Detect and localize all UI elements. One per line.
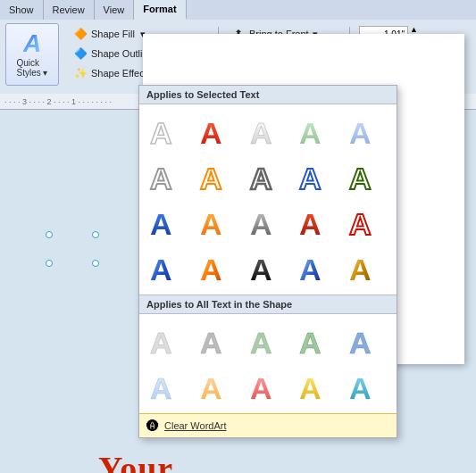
clear-wordart-icon: 🅐 xyxy=(146,419,159,433)
wordart-all-light-gold[interactable]: A xyxy=(294,365,337,408)
wordart-all-plain-blue[interactable]: A xyxy=(344,319,387,362)
wordart-grid-1: A A A A A A A A A A xyxy=(139,104,397,295)
wordart-style-outline-gray[interactable]: A xyxy=(145,155,188,198)
handle-mr[interactable] xyxy=(92,260,99,267)
svg-text:A: A xyxy=(299,207,322,240)
svg-text:A: A xyxy=(349,116,372,149)
handle-tm[interactable] xyxy=(92,231,99,238)
handle-ml[interactable] xyxy=(46,260,53,267)
wordart-style-black[interactable]: A xyxy=(245,246,288,289)
svg-text:A: A xyxy=(150,207,172,240)
wordart-style-light-blue[interactable]: A xyxy=(344,110,387,153)
wordart-style-light-green[interactable]: A xyxy=(294,110,337,153)
wordart-style-red-outline[interactable]: A xyxy=(344,201,387,244)
dropdown-section-all: Applies to All Text in the Shape xyxy=(139,295,397,314)
wordart-style-gray-grad[interactable]: A xyxy=(245,201,288,244)
wordart-style-gold[interactable]: A xyxy=(344,246,387,289)
wordart-style-blue-dark[interactable]: A xyxy=(145,246,188,289)
svg-text:A: A xyxy=(200,207,222,240)
svg-text:A: A xyxy=(250,253,272,286)
svg-text:A: A xyxy=(299,116,322,149)
svg-text:A: A xyxy=(349,207,372,240)
wordart-style-plain-white[interactable]: A xyxy=(145,110,188,153)
svg-text:A: A xyxy=(250,371,272,404)
wordart-style-red[interactable]: A xyxy=(195,110,238,153)
wordart-all-light-orange[interactable]: A xyxy=(195,365,238,408)
wordart-grid-2: A A A A A A A A A A xyxy=(139,314,397,413)
svg-text:A: A xyxy=(150,326,172,359)
wordart-style-orange-grad[interactable]: A xyxy=(195,201,238,244)
svg-text:A: A xyxy=(299,326,322,359)
svg-text:A: A xyxy=(349,162,372,195)
svg-text:A: A xyxy=(299,253,322,286)
wordart-text[interactable]: Your xyxy=(98,449,173,473)
wordart-style-outline-gray2[interactable]: A xyxy=(245,155,288,198)
svg-text:A: A xyxy=(250,207,272,240)
wordart-all-light-blue[interactable]: A xyxy=(145,365,188,408)
svg-text:A: A xyxy=(150,162,172,195)
wordart-style-blue-grad[interactable]: A xyxy=(145,201,188,244)
wordart-all-teal[interactable]: A xyxy=(344,365,387,408)
clear-wordart-label: Clear WordArt xyxy=(164,420,226,431)
wordart-style-outline-orange[interactable]: A xyxy=(195,155,238,198)
wordart-all-plain-green2[interactable]: A xyxy=(294,319,337,362)
svg-text:A: A xyxy=(349,326,372,359)
wordart-style-orange-dark[interactable]: A xyxy=(195,246,238,289)
svg-text:A: A xyxy=(200,162,222,195)
dropdown-section-selected: Applies to Selected Text xyxy=(139,86,397,104)
svg-text:A: A xyxy=(200,253,222,286)
wordart-all-plain-white[interactable]: A xyxy=(145,319,188,362)
svg-text:A: A xyxy=(250,116,272,149)
svg-text:A: A xyxy=(200,326,222,359)
wordart-all-plain-green[interactable]: A xyxy=(245,319,288,362)
wordart-dropdown: Applies to Selected Text A A A A A A A xyxy=(138,85,397,438)
wordart-style-blue2[interactable]: A xyxy=(294,246,337,289)
svg-text:A: A xyxy=(150,116,172,149)
wordart-style-red-grad[interactable]: A xyxy=(294,201,337,244)
svg-text:A: A xyxy=(349,253,372,286)
svg-text:A: A xyxy=(250,162,272,195)
wordart-style-light-gray[interactable]: A xyxy=(245,110,288,153)
wordart-all-light-red[interactable]: A xyxy=(245,365,288,408)
svg-text:A: A xyxy=(200,371,222,404)
wordart-style-outline-green[interactable]: A xyxy=(344,155,387,198)
wordart-style-outline-blue[interactable]: A xyxy=(294,155,337,198)
wordart-all-plain-gray[interactable]: A xyxy=(195,319,238,362)
svg-text:A: A xyxy=(349,371,372,404)
svg-text:A: A xyxy=(150,253,172,286)
svg-text:A: A xyxy=(150,371,172,404)
svg-text:A: A xyxy=(250,326,272,359)
svg-text:A: A xyxy=(200,116,222,149)
svg-text:A: A xyxy=(299,162,322,195)
handle-tl[interactable] xyxy=(46,231,53,238)
svg-text:A: A xyxy=(299,371,322,404)
clear-wordart-button[interactable]: 🅐 Clear WordArt xyxy=(139,413,397,437)
